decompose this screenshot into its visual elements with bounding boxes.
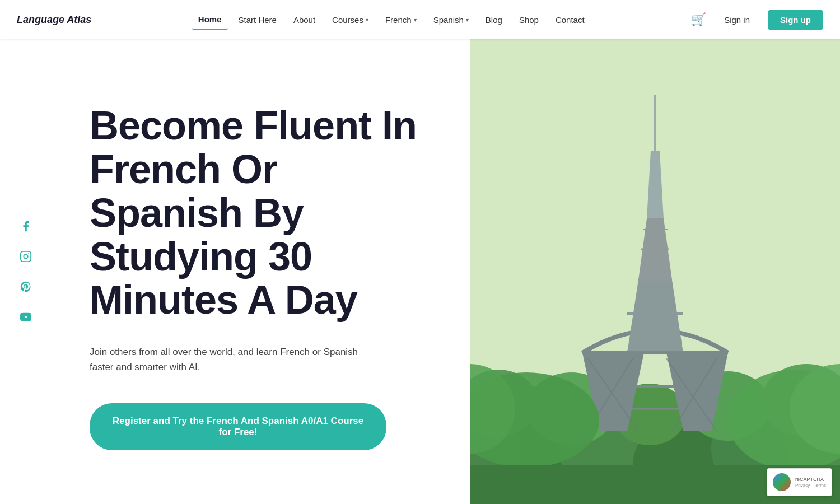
french-dropdown-icon: ▾ [414,17,417,23]
svg-point-2 [28,253,29,254]
nav-start-here[interactable]: Start Here [232,11,283,29]
svg-point-1 [24,254,27,258]
nav-shop[interactable]: Shop [512,11,545,29]
cta-button[interactable]: Register and Try the French And Spanish … [90,403,386,450]
cart-icon[interactable]: 🛒 [691,12,706,27]
spanish-dropdown-icon: ▾ [466,17,469,23]
hero-left-section: Become Fluent In French Or Spanish By St… [0,39,470,504]
sign-in-link[interactable]: Sign in [717,11,757,29]
main-content: Become Fluent In French Or Spanish By St… [0,39,840,504]
site-header: Language Atlas Home Start Here About Cou… [0,0,840,39]
recaptcha-badge: reCAPTCHA Privacy - Terms [767,468,832,496]
sign-up-button[interactable]: Sign up [768,10,823,30]
nav-blog[interactable]: Blog [479,11,509,29]
nav-home[interactable]: Home [192,10,228,30]
social-sidebar [17,217,35,326]
nav-courses[interactable]: Courses ▾ [325,11,375,29]
nav-spanish[interactable]: Spanish ▾ [427,11,475,29]
svg-rect-0 [21,251,31,262]
header-actions: 🛒 Sign in Sign up [691,10,823,30]
hero-title: Become Fluent In French Or Spanish By St… [90,104,437,322]
recaptcha-label: reCAPTCHA [795,477,826,483]
recaptcha-logo-icon [773,473,791,491]
instagram-icon[interactable] [17,248,35,265]
recaptcha-text-block: reCAPTCHA Privacy - Terms [795,477,826,488]
courses-dropdown-icon: ▾ [366,17,368,23]
nav-french[interactable]: French ▾ [379,11,423,29]
hero-image [470,39,840,504]
nav-about[interactable]: About [287,11,322,29]
youtube-icon[interactable] [17,308,35,326]
main-nav: Home Start Here About Courses ▾ French ▾… [192,10,591,30]
pinterest-icon[interactable] [17,278,35,296]
recaptcha-links: Privacy - Terms [795,483,826,488]
site-logo[interactable]: Language Atlas [17,14,91,26]
hero-subtitle: Join others from all over the world, and… [90,344,381,375]
facebook-icon[interactable] [17,217,35,235]
nav-contact[interactable]: Contact [549,11,591,29]
